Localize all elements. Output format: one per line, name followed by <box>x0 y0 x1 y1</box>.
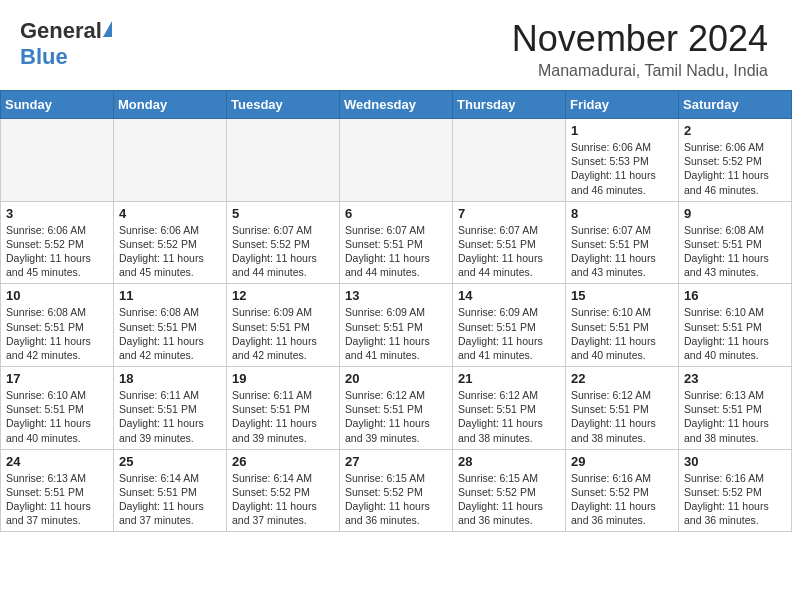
calendar-cell: 17Sunrise: 6:10 AM Sunset: 5:51 PM Dayli… <box>1 367 114 450</box>
calendar-cell: 10Sunrise: 6:08 AM Sunset: 5:51 PM Dayli… <box>1 284 114 367</box>
calendar-cell: 22Sunrise: 6:12 AM Sunset: 5:51 PM Dayli… <box>566 367 679 450</box>
week-row-5: 24Sunrise: 6:13 AM Sunset: 5:51 PM Dayli… <box>1 449 792 532</box>
header: General Blue November 2024 Manamadurai, … <box>0 0 792 90</box>
day-info: Sunrise: 6:14 AM Sunset: 5:51 PM Dayligh… <box>119 471 221 528</box>
calendar-cell: 9Sunrise: 6:08 AM Sunset: 5:51 PM Daylig… <box>679 201 792 284</box>
calendar-cell: 11Sunrise: 6:08 AM Sunset: 5:51 PM Dayli… <box>114 284 227 367</box>
day-number: 10 <box>6 288 108 303</box>
day-info: Sunrise: 6:07 AM Sunset: 5:51 PM Dayligh… <box>345 223 447 280</box>
day-info: Sunrise: 6:15 AM Sunset: 5:52 PM Dayligh… <box>458 471 560 528</box>
logo: General Blue <box>20 18 112 70</box>
calendar-cell: 15Sunrise: 6:10 AM Sunset: 5:51 PM Dayli… <box>566 284 679 367</box>
weekday-header-thursday: Thursday <box>453 91 566 119</box>
calendar-cell: 7Sunrise: 6:07 AM Sunset: 5:51 PM Daylig… <box>453 201 566 284</box>
day-number: 5 <box>232 206 334 221</box>
day-number: 7 <box>458 206 560 221</box>
day-info: Sunrise: 6:08 AM Sunset: 5:51 PM Dayligh… <box>684 223 786 280</box>
day-number: 21 <box>458 371 560 386</box>
calendar-cell <box>114 119 227 202</box>
calendar-cell: 19Sunrise: 6:11 AM Sunset: 5:51 PM Dayli… <box>227 367 340 450</box>
day-info: Sunrise: 6:10 AM Sunset: 5:51 PM Dayligh… <box>571 305 673 362</box>
day-info: Sunrise: 6:07 AM Sunset: 5:51 PM Dayligh… <box>571 223 673 280</box>
day-info: Sunrise: 6:16 AM Sunset: 5:52 PM Dayligh… <box>684 471 786 528</box>
day-info: Sunrise: 6:16 AM Sunset: 5:52 PM Dayligh… <box>571 471 673 528</box>
calendar-cell <box>453 119 566 202</box>
day-number: 12 <box>232 288 334 303</box>
day-info: Sunrise: 6:08 AM Sunset: 5:51 PM Dayligh… <box>6 305 108 362</box>
calendar-cell: 26Sunrise: 6:14 AM Sunset: 5:52 PM Dayli… <box>227 449 340 532</box>
day-info: Sunrise: 6:06 AM Sunset: 5:52 PM Dayligh… <box>684 140 786 197</box>
day-info: Sunrise: 6:11 AM Sunset: 5:51 PM Dayligh… <box>232 388 334 445</box>
calendar-cell: 16Sunrise: 6:10 AM Sunset: 5:51 PM Dayli… <box>679 284 792 367</box>
day-number: 1 <box>571 123 673 138</box>
day-number: 25 <box>119 454 221 469</box>
calendar-cell: 30Sunrise: 6:16 AM Sunset: 5:52 PM Dayli… <box>679 449 792 532</box>
calendar-cell: 3Sunrise: 6:06 AM Sunset: 5:52 PM Daylig… <box>1 201 114 284</box>
calendar-cell: 23Sunrise: 6:13 AM Sunset: 5:51 PM Dayli… <box>679 367 792 450</box>
logo-triangle-icon <box>103 21 112 37</box>
calendar-cell: 18Sunrise: 6:11 AM Sunset: 5:51 PM Dayli… <box>114 367 227 450</box>
day-info: Sunrise: 6:07 AM Sunset: 5:52 PM Dayligh… <box>232 223 334 280</box>
day-number: 15 <box>571 288 673 303</box>
day-number: 9 <box>684 206 786 221</box>
day-number: 6 <box>345 206 447 221</box>
calendar-cell <box>227 119 340 202</box>
day-number: 2 <box>684 123 786 138</box>
day-number: 29 <box>571 454 673 469</box>
calendar-cell: 8Sunrise: 6:07 AM Sunset: 5:51 PM Daylig… <box>566 201 679 284</box>
calendar-cell: 21Sunrise: 6:12 AM Sunset: 5:51 PM Dayli… <box>453 367 566 450</box>
calendar-cell: 25Sunrise: 6:14 AM Sunset: 5:51 PM Dayli… <box>114 449 227 532</box>
calendar-cell: 1Sunrise: 6:06 AM Sunset: 5:53 PM Daylig… <box>566 119 679 202</box>
day-info: Sunrise: 6:07 AM Sunset: 5:51 PM Dayligh… <box>458 223 560 280</box>
day-info: Sunrise: 6:10 AM Sunset: 5:51 PM Dayligh… <box>6 388 108 445</box>
day-info: Sunrise: 6:12 AM Sunset: 5:51 PM Dayligh… <box>571 388 673 445</box>
weekday-header-monday: Monday <box>114 91 227 119</box>
logo-blue-text: Blue <box>20 44 68 70</box>
day-info: Sunrise: 6:09 AM Sunset: 5:51 PM Dayligh… <box>232 305 334 362</box>
day-info: Sunrise: 6:12 AM Sunset: 5:51 PM Dayligh… <box>458 388 560 445</box>
day-number: 14 <box>458 288 560 303</box>
title-block: November 2024 Manamadurai, Tamil Nadu, I… <box>512 18 768 80</box>
day-number: 28 <box>458 454 560 469</box>
calendar-cell: 12Sunrise: 6:09 AM Sunset: 5:51 PM Dayli… <box>227 284 340 367</box>
day-number: 27 <box>345 454 447 469</box>
weekday-header-saturday: Saturday <box>679 91 792 119</box>
day-number: 8 <box>571 206 673 221</box>
weekday-header-sunday: Sunday <box>1 91 114 119</box>
calendar-table: SundayMondayTuesdayWednesdayThursdayFrid… <box>0 90 792 532</box>
day-number: 11 <box>119 288 221 303</box>
day-info: Sunrise: 6:10 AM Sunset: 5:51 PM Dayligh… <box>684 305 786 362</box>
day-info: Sunrise: 6:06 AM Sunset: 5:53 PM Dayligh… <box>571 140 673 197</box>
calendar-cell: 29Sunrise: 6:16 AM Sunset: 5:52 PM Dayli… <box>566 449 679 532</box>
calendar-cell: 14Sunrise: 6:09 AM Sunset: 5:51 PM Dayli… <box>453 284 566 367</box>
day-info: Sunrise: 6:14 AM Sunset: 5:52 PM Dayligh… <box>232 471 334 528</box>
calendar-cell: 2Sunrise: 6:06 AM Sunset: 5:52 PM Daylig… <box>679 119 792 202</box>
day-number: 24 <box>6 454 108 469</box>
calendar-cell: 5Sunrise: 6:07 AM Sunset: 5:52 PM Daylig… <box>227 201 340 284</box>
week-row-2: 3Sunrise: 6:06 AM Sunset: 5:52 PM Daylig… <box>1 201 792 284</box>
day-number: 13 <box>345 288 447 303</box>
day-info: Sunrise: 6:12 AM Sunset: 5:51 PM Dayligh… <box>345 388 447 445</box>
calendar-cell: 27Sunrise: 6:15 AM Sunset: 5:52 PM Dayli… <box>340 449 453 532</box>
week-row-3: 10Sunrise: 6:08 AM Sunset: 5:51 PM Dayli… <box>1 284 792 367</box>
calendar-cell: 28Sunrise: 6:15 AM Sunset: 5:52 PM Dayli… <box>453 449 566 532</box>
calendar-cell: 20Sunrise: 6:12 AM Sunset: 5:51 PM Dayli… <box>340 367 453 450</box>
day-info: Sunrise: 6:06 AM Sunset: 5:52 PM Dayligh… <box>6 223 108 280</box>
calendar-cell: 24Sunrise: 6:13 AM Sunset: 5:51 PM Dayli… <box>1 449 114 532</box>
day-info: Sunrise: 6:13 AM Sunset: 5:51 PM Dayligh… <box>684 388 786 445</box>
day-info: Sunrise: 6:09 AM Sunset: 5:51 PM Dayligh… <box>345 305 447 362</box>
day-number: 16 <box>684 288 786 303</box>
week-row-1: 1Sunrise: 6:06 AM Sunset: 5:53 PM Daylig… <box>1 119 792 202</box>
day-info: Sunrise: 6:11 AM Sunset: 5:51 PM Dayligh… <box>119 388 221 445</box>
calendar-cell: 13Sunrise: 6:09 AM Sunset: 5:51 PM Dayli… <box>340 284 453 367</box>
day-info: Sunrise: 6:13 AM Sunset: 5:51 PM Dayligh… <box>6 471 108 528</box>
month-title: November 2024 <box>512 18 768 60</box>
day-info: Sunrise: 6:06 AM Sunset: 5:52 PM Dayligh… <box>119 223 221 280</box>
day-number: 26 <box>232 454 334 469</box>
location-text: Manamadurai, Tamil Nadu, India <box>512 62 768 80</box>
day-number: 18 <box>119 371 221 386</box>
day-number: 22 <box>571 371 673 386</box>
day-number: 4 <box>119 206 221 221</box>
day-number: 19 <box>232 371 334 386</box>
day-info: Sunrise: 6:15 AM Sunset: 5:52 PM Dayligh… <box>345 471 447 528</box>
